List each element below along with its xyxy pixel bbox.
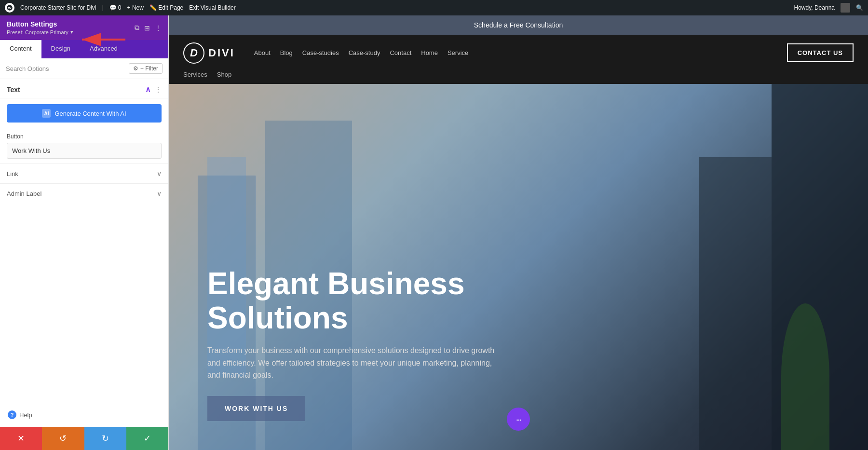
undo-icon: ↺ bbox=[59, 433, 67, 444]
building-5 bbox=[699, 157, 772, 450]
save-icon: ✓ bbox=[144, 433, 151, 444]
logo-text: DIVI bbox=[208, 47, 235, 59]
nav-link-home[interactable]: Home bbox=[421, 49, 438, 56]
filter-button[interactable]: ⚙ + Filter bbox=[129, 63, 163, 74]
admin-bar-left: W Corporate Starter Site for Divi | 💬 0 … bbox=[5, 3, 788, 13]
edit-page-button[interactable]: ✏️ Edit Page bbox=[149, 4, 183, 11]
admin-bar: W Corporate Starter Site for Divi | 💬 0 … bbox=[0, 0, 868, 15]
nav-link-case-study[interactable]: Case-study bbox=[349, 49, 380, 56]
hero-description: Transform your business with our compreh… bbox=[207, 344, 497, 382]
site-topbar: Schedule a Free Consultation bbox=[169, 15, 868, 35]
copy-icon[interactable]: ⧉ bbox=[135, 24, 139, 32]
hero-section: Elegant Business Solutions Transform you… bbox=[169, 84, 868, 450]
tree-1 bbox=[781, 303, 829, 450]
panel-header-icons: ⧉ ⊞ ⋮ bbox=[135, 24, 162, 32]
nav-link-about[interactable]: About bbox=[254, 49, 271, 56]
exit-builder-button[interactable]: Exit Visual Builder bbox=[189, 4, 236, 11]
panel-title-group: Button Settings Preset: Corporate Primar… bbox=[7, 20, 73, 35]
save-button[interactable]: ✓ bbox=[126, 427, 168, 450]
admin-label-title: Admin Label bbox=[7, 190, 41, 197]
ai-icon: AI bbox=[42, 109, 51, 118]
preset-dropdown-icon: ▾ bbox=[70, 29, 73, 35]
site-name[interactable]: Corporate Starter Site for Divi bbox=[20, 4, 96, 11]
button-input-section: Button bbox=[0, 128, 168, 164]
tab-design[interactable]: Design bbox=[41, 40, 80, 58]
search-input[interactable] bbox=[6, 65, 125, 72]
right-panel: Schedule a Free Consultation D DIVI Abou… bbox=[169, 15, 868, 450]
panel-title: Button Settings bbox=[7, 20, 73, 28]
nav-link-service[interactable]: Service bbox=[448, 49, 468, 56]
button-input-label: Button bbox=[7, 133, 162, 140]
tab-advanced[interactable]: Advanced bbox=[80, 40, 127, 58]
left-panel: Button Settings Preset: Corporate Primar… bbox=[0, 15, 169, 450]
link-section[interactable]: Link ∨ bbox=[0, 164, 168, 183]
nav-link-shop[interactable]: Shop bbox=[217, 71, 231, 78]
bottom-toolbar: ✕ ↺ ↻ ✓ bbox=[0, 427, 168, 450]
filter-icon: ⚙ bbox=[133, 65, 138, 72]
admin-label-chevron-icon: ∨ bbox=[157, 190, 162, 197]
hero-title: Elegant Business Solutions bbox=[207, 267, 545, 335]
more-options-icon[interactable]: ⋮ bbox=[155, 24, 162, 32]
layout-icon[interactable]: ⊞ bbox=[144, 24, 150, 32]
avatar bbox=[841, 3, 850, 13]
nav-link-contact[interactable]: Contact bbox=[390, 49, 411, 56]
undo-button[interactable]: ↺ bbox=[42, 427, 84, 450]
redo-button[interactable]: ↻ bbox=[84, 427, 126, 450]
button-text-input[interactable] bbox=[7, 143, 162, 159]
admin-bar-right: Howdy, Deanna 🔍 bbox=[794, 3, 864, 13]
fab-button[interactable]: ··· bbox=[507, 408, 530, 431]
nav-link-services[interactable]: Services bbox=[183, 71, 207, 78]
site-nav: D DIVI About Blog Case-studies Case-stud… bbox=[169, 35, 868, 71]
site-nav-links: About Blog Case-studies Case-study Conta… bbox=[254, 49, 787, 56]
panel-header: Button Settings Preset: Corporate Primar… bbox=[0, 15, 168, 40]
logo-d-letter: D bbox=[190, 47, 198, 59]
text-section-toggle[interactable]: ∧ bbox=[145, 85, 151, 94]
site-nav-second-row: Services Shop bbox=[169, 71, 868, 84]
contact-us-button[interactable]: CONTACT US bbox=[787, 43, 854, 62]
text-section-more[interactable]: ⋮ bbox=[155, 86, 162, 94]
svg-text:W: W bbox=[8, 6, 12, 10]
generate-ai-button[interactable]: AI Generate Content With AI bbox=[7, 104, 162, 123]
help-section[interactable]: ? Help bbox=[0, 403, 168, 427]
search-icon[interactable]: 🔍 bbox=[856, 4, 863, 11]
text-section-header: Text ∧ ⋮ bbox=[0, 79, 168, 98]
nav-link-blog[interactable]: Blog bbox=[280, 49, 293, 56]
panel-tabs: Content Design Advanced bbox=[0, 40, 168, 58]
cancel-button[interactable]: ✕ bbox=[0, 427, 42, 450]
hero-work-button[interactable]: WORK WITH US bbox=[207, 396, 305, 421]
panel-preset[interactable]: Preset: Corporate Primary ▾ bbox=[7, 29, 73, 35]
comments-count[interactable]: 💬 0 bbox=[109, 4, 122, 11]
panel-search: ⚙ + Filter bbox=[0, 58, 168, 79]
redo-icon: ↻ bbox=[102, 433, 109, 444]
link-chevron-icon: ∨ bbox=[157, 170, 162, 177]
nav-link-case-studies[interactable]: Case-studies bbox=[302, 49, 339, 56]
new-button[interactable]: + New bbox=[127, 4, 144, 11]
text-section-title: Text bbox=[7, 86, 20, 94]
logo-circle: D bbox=[183, 42, 204, 64]
hero-content: Elegant Business Solutions Transform you… bbox=[207, 267, 545, 421]
tab-content[interactable]: Content bbox=[0, 40, 41, 58]
help-icon: ? bbox=[8, 410, 16, 419]
site-logo: D DIVI bbox=[183, 42, 235, 64]
wordpress-icon[interactable]: W bbox=[5, 3, 14, 13]
main-area: Button Settings Preset: Corporate Primar… bbox=[0, 15, 868, 450]
admin-label-section[interactable]: Admin Label ∨ bbox=[0, 183, 168, 203]
link-section-title: Link bbox=[7, 170, 18, 177]
cancel-icon: ✕ bbox=[17, 433, 25, 444]
greeting-text: Howdy, Deanna bbox=[794, 4, 835, 11]
